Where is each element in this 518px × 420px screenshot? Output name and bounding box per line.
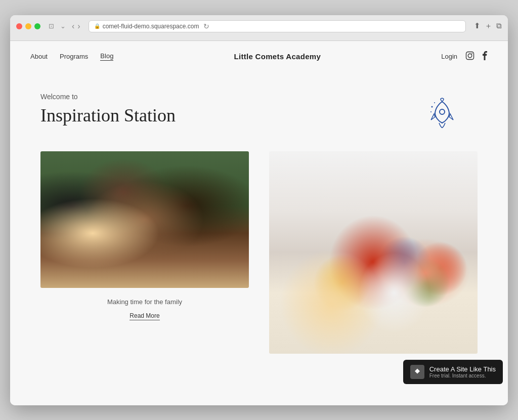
browser-actions: ⬆ ＋ ⧉ (474, 21, 502, 31)
share-button[interactable]: ⬆ (474, 21, 481, 31)
nav-blog[interactable]: Blog (100, 52, 113, 61)
main-content: Welcome to Inspiration Station (10, 72, 508, 394)
new-tab-button[interactable]: ＋ (485, 21, 492, 31)
squarespace-banner-text: Create A Site Like This Free trial. Inst… (429, 365, 496, 379)
window-controls: ⊡ ⌄ (47, 21, 68, 31)
squarespace-sub-text: Free trial. Instant access. (429, 373, 496, 379)
squarespace-main-text: Create A Site Like This (429, 365, 496, 373)
traffic-lights (16, 23, 40, 29)
read-more-container: Read More (40, 311, 249, 320)
nav-left: About Programs Blog (30, 52, 113, 61)
rocket-icon (427, 98, 457, 130)
maximize-button[interactable] (34, 23, 40, 29)
svg-rect-0 (466, 52, 474, 59)
svg-point-6 (430, 111, 431, 112)
chevron-down-icon: ⌄ (58, 21, 68, 31)
instagram-icon[interactable] (465, 51, 474, 62)
svg-point-1 (468, 54, 472, 58)
page-content: About Programs Blog Little Comets Academ… (10, 41, 508, 405)
blog-card-image-family[interactable] (40, 151, 249, 288)
browser-chrome: ⊡ ⌄ ‹ › 🔒 comet-fluid-demo.squarespace.c… (10, 15, 508, 41)
facebook-icon[interactable] (483, 51, 488, 62)
svg-point-2 (471, 53, 472, 54)
login-link[interactable]: Login (441, 53, 457, 60)
close-button[interactable] (16, 23, 22, 29)
browser-navigation: ‹ › (72, 22, 80, 31)
squarespace-banner[interactable]: Create A Site Like This Free trial. Inst… (403, 360, 503, 384)
blog-card-caption-family: Making time for the family (40, 298, 249, 306)
site-header: About Programs Blog Little Comets Academ… (10, 41, 508, 72)
url-text: comet-fluid-demo.squarespace.com (103, 23, 199, 30)
address-bar[interactable]: 🔒 comet-fluid-demo.squarespace.com ↻ (89, 20, 466, 32)
svg-point-4 (431, 106, 433, 107)
svg-point-5 (434, 102, 435, 103)
svg-point-3 (440, 109, 445, 114)
blog-card-family: Making time for the family Read More (40, 151, 249, 320)
nav-right: Login (441, 51, 488, 62)
blog-card-art (269, 151, 478, 364)
tabs-button[interactable]: ⧉ (496, 21, 502, 31)
refresh-button[interactable]: ↻ (203, 22, 209, 30)
minimize-button[interactable] (25, 23, 31, 29)
blog-grid: Making time for the family Read More (40, 151, 478, 364)
browser-window: ⊡ ⌄ ‹ › 🔒 comet-fluid-demo.squarespace.c… (10, 15, 508, 405)
back-button[interactable]: ‹ (72, 22, 74, 31)
squarespace-icon (410, 365, 424, 379)
page-heading: Inspiration Station (40, 105, 478, 126)
forward-button[interactable]: › (77, 22, 80, 31)
sidebar-toggle-button[interactable]: ⊡ (47, 21, 56, 31)
welcome-text: Welcome to (40, 93, 478, 101)
lock-icon: 🔒 (94, 23, 100, 29)
nav-about[interactable]: About (30, 53, 48, 60)
site-title: Little Comets Academy (234, 52, 321, 61)
read-more-link-family[interactable]: Read More (130, 312, 159, 320)
nav-programs[interactable]: Programs (60, 53, 88, 60)
blog-card-image-art[interactable] (269, 151, 478, 354)
